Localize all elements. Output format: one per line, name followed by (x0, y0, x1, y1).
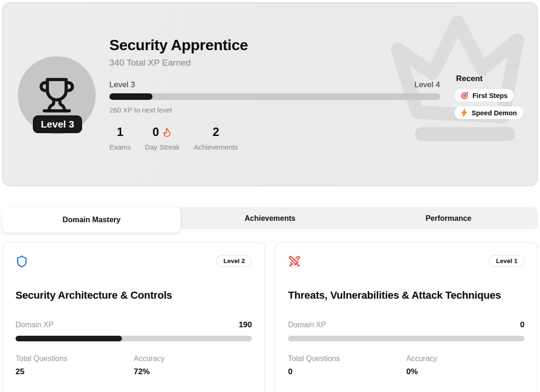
day-streak-value-row: 0 (145, 125, 180, 139)
tab-domain-mastery[interactable]: Domain Mastery (2, 207, 181, 233)
domain-level-pill: Level 2 (216, 255, 252, 267)
domain-xp-bar (288, 336, 525, 341)
flame-icon (162, 127, 172, 137)
badge-speed-demon: Speed Demon (455, 106, 523, 119)
accuracy-label: Accuracy (406, 354, 525, 363)
shield-icon (15, 255, 28, 268)
domain-stats: Total Questions 0 Accuracy 0% (288, 354, 525, 377)
recent-heading: Recent (456, 74, 483, 83)
day-streak-label: Day Streak (145, 143, 180, 151)
domain-xp-row: Domain XP 0 (288, 320, 525, 330)
stat-exams: 1 Exams (109, 125, 131, 151)
domain-total-questions: Total Questions 0 (288, 354, 406, 377)
achievements-value: 2 (194, 125, 238, 139)
total-questions-value: 0 (288, 367, 406, 377)
domain-level-pill: Level 1 (489, 255, 525, 267)
next-level-label: Level 4 (414, 80, 440, 90)
badge-speed-demon-label: Speed Demon (472, 109, 517, 117)
domain-total-questions: Total Questions 25 (15, 354, 134, 377)
domain-accuracy: Accuracy 0% (406, 354, 525, 377)
domain-xp-value: 0 (520, 320, 525, 330)
recent-achievements: Recent First Steps Speed Demon (455, 74, 523, 119)
badge-first-steps: First Steps (455, 89, 514, 102)
domain-accuracy: Accuracy 72% (134, 354, 252, 377)
domain-xp-fill (15, 336, 122, 341)
level-progress-labels: Level 3 Level 4 (109, 80, 440, 90)
exams-value: 1 (109, 125, 131, 139)
xp-progress-fill (109, 93, 152, 100)
stat-achievements: 2 Achievements (194, 125, 238, 151)
achievements-label: Achievements (194, 143, 238, 151)
total-questions-value: 25 (15, 367, 134, 377)
domain-xp-label: Domain XP (15, 321, 53, 329)
lightning-icon (461, 109, 468, 117)
xp-progress-bar (109, 93, 440, 100)
level-badge: Level 3 (33, 115, 82, 133)
accuracy-label: Accuracy (134, 354, 252, 363)
hero-main: Security Apprentice 340 Total XP Earned … (109, 37, 440, 151)
card-header: Level 2 (15, 255, 252, 268)
domain-title: Security Architecture & Controls (15, 289, 252, 302)
recent-badge-list: First Steps Speed Demon (455, 89, 523, 119)
stats-row: 1 Exams 0 Day Streak 2 Achievements (109, 125, 440, 151)
swords-icon (288, 255, 301, 268)
total-questions-label: Total Questions (288, 354, 406, 363)
exams-label: Exams (109, 143, 131, 151)
domain-xp-row: Domain XP 190 (15, 320, 252, 330)
trophy-icon (38, 76, 76, 114)
current-level-label: Level 3 (109, 80, 135, 90)
domain-stats: Total Questions 25 Accuracy 72% (15, 354, 252, 377)
total-questions-label: Total Questions (15, 354, 134, 363)
accuracy-value: 0% (406, 367, 525, 377)
page-title: Security Apprentice (109, 37, 440, 54)
accuracy-value: 72% (134, 367, 252, 377)
domain-card-threats: Level 1 Threats, Vulnerabilities & Attac… (275, 242, 538, 392)
day-streak-value: 0 (152, 125, 159, 139)
domain-cards: Level 2 Security Architecture & Controls… (2, 242, 538, 392)
card-header: Level 1 (288, 255, 525, 268)
domain-card-security-architecture: Level 2 Security Architecture & Controls… (2, 242, 265, 392)
stat-day-streak: 0 Day Streak (145, 125, 180, 151)
domain-title: Threats, Vulnerabilities & Attack Techni… (288, 289, 525, 302)
target-icon (461, 91, 469, 99)
tab-bar: Domain Mastery Achievements Performance (2, 207, 538, 229)
total-xp-subtitle: 340 Total XP Earned (109, 58, 440, 68)
domain-xp-label: Domain XP (288, 321, 326, 329)
xp-to-next-level: 260 XP to next level (109, 106, 440, 114)
tab-performance[interactable]: Performance (359, 207, 538, 229)
tab-achievements[interactable]: Achievements (181, 207, 359, 229)
profile-hero-card: Level 3 Security Apprentice 340 Total XP… (2, 2, 538, 186)
domain-xp-value: 190 (239, 320, 252, 330)
domain-xp-bar (15, 336, 252, 341)
badge-first-steps-label: First Steps (472, 92, 508, 99)
